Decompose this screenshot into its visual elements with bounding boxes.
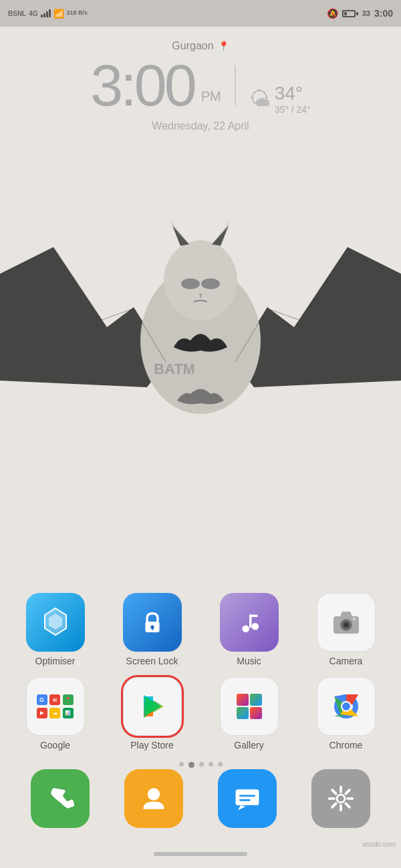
page-dot-2[interactable] [188, 762, 194, 768]
dock-phone[interactable] [31, 769, 90, 828]
page-dot-3[interactable] [199, 762, 204, 767]
music-icon [220, 593, 279, 652]
status-bar: BSNL 4G 📶 318 B/s 🔕 33 3:00 [0, 0, 401, 27]
svg-point-1 [164, 240, 237, 320]
location-pin-icon: 📍 [218, 41, 229, 51]
chrome-icon [317, 677, 376, 736]
svg-text:BATM: BATM [154, 361, 195, 377]
contacts-icon [124, 769, 183, 828]
camera-icon [317, 593, 376, 652]
app-row-1: Optimiser Screen Lock [7, 593, 394, 666]
location-name: Gurgaon [172, 40, 213, 52]
dock-settings[interactable] [311, 769, 370, 828]
optimiser-label: Optimiser [35, 656, 76, 666]
chrome-label: Chrome [329, 740, 363, 750]
screenlock-icon [123, 593, 182, 652]
screenlock-label: Screen Lock [126, 656, 178, 666]
signal-bars [41, 9, 51, 17]
app-google[interactable]: G M 📍 ▶ ☁ 📊 Google [15, 677, 96, 750]
gallery-icon [220, 677, 279, 736]
svg-marker-36 [238, 805, 245, 810]
network-type: 4G [29, 10, 37, 17]
dock-messages[interactable] [218, 769, 277, 828]
status-left: BSNL 4G 📶 318 B/s [8, 9, 88, 19]
app-grid: Optimiser Screen Lock [0, 593, 401, 761]
svg-rect-38 [239, 799, 251, 801]
playstore-label: Play Store [130, 740, 174, 750]
battery-percent: 33 [362, 9, 370, 17]
svg-line-47 [346, 790, 350, 794]
svg-point-12 [242, 625, 249, 632]
app-camera[interactable]: Camera [306, 593, 386, 666]
weather-cloud-icon: 🌤 [249, 87, 271, 112]
app-chrome[interactable]: Chrome [306, 677, 386, 750]
messages-icon [218, 769, 277, 828]
weather-icon-area: 🌤 34° 35° / 24° [249, 83, 311, 115]
svg-rect-27 [250, 694, 262, 706]
time-display: 3:00 [374, 8, 393, 19]
page-dot-4[interactable] [209, 762, 213, 767]
svg-rect-28 [237, 707, 249, 719]
svg-rect-11 [151, 628, 153, 630]
svg-point-33 [342, 702, 350, 710]
svg-rect-26 [237, 694, 249, 706]
weather-info: 34° 35° / 24° [275, 83, 311, 115]
carrier-label: BSNL [8, 10, 26, 17]
page-dot-1[interactable] [179, 762, 184, 767]
google-folder-icon: G M 📍 ▶ ☁ 📊 [26, 677, 85, 736]
app-row-2: G M 📍 ▶ ☁ 📊 Google [7, 677, 394, 750]
weather-divider [235, 65, 236, 105]
svg-point-40 [338, 795, 344, 801]
svg-line-48 [332, 803, 336, 807]
playstore-icon [123, 677, 182, 736]
network-speed: 318 B/s [67, 10, 88, 17]
weather-temp: 34° [275, 83, 303, 104]
svg-point-34 [148, 788, 160, 800]
watermark: wsxdn.com [362, 841, 396, 848]
page-dot-5[interactable] [218, 762, 223, 767]
svg-point-21 [353, 618, 356, 620]
music-label: Music [237, 656, 261, 666]
svg-marker-5 [212, 226, 229, 246]
svg-point-13 [251, 623, 259, 630]
camera-label: Camera [329, 656, 363, 666]
svg-point-20 [344, 623, 348, 627]
app-gallery[interactable]: Gallery [209, 677, 289, 750]
google-label: Google [40, 740, 70, 750]
home-indicator[interactable] [154, 852, 247, 856]
phone-icon [31, 769, 90, 828]
status-right: 🔕 33 3:00 [327, 8, 393, 19]
app-playstore[interactable]: Play Store [112, 677, 192, 750]
svg-line-46 [346, 803, 350, 807]
svg-rect-29 [250, 707, 262, 719]
svg-line-45 [332, 790, 336, 794]
svg-rect-35 [236, 789, 259, 805]
svg-marker-17 [340, 612, 352, 616]
svg-marker-4 [172, 226, 189, 246]
battery-icon [342, 10, 358, 17]
app-optimiser[interactable]: Optimiser [15, 593, 96, 666]
svg-point-7 [201, 278, 220, 289]
clock-period: PM [201, 89, 221, 104]
wifi-icon: 📶 [53, 9, 64, 19]
clock-row: 3:00 PM 🌤 34° 35° / 24° [90, 56, 310, 115]
dock [0, 769, 401, 828]
app-screenlock[interactable]: Screen Lock [112, 593, 192, 666]
silent-icon: 🔕 [327, 8, 338, 19]
svg-point-6 [181, 278, 200, 289]
clock-section: Gurgaon 📍 3:00 PM 🌤 34° 35° / 24° Wednes… [0, 40, 401, 132]
weather-range: 35° / 24° [275, 104, 311, 115]
date-row: Wednesday, 22 April [152, 120, 249, 132]
location-row: Gurgaon 📍 [172, 40, 229, 52]
optimiser-icon [26, 593, 85, 652]
clock-time: 3:00 [90, 56, 194, 115]
svg-rect-15 [249, 615, 257, 618]
svg-rect-37 [239, 795, 255, 797]
page-dots [0, 762, 401, 768]
batman-background: BATM [0, 194, 401, 447]
settings-icon [311, 769, 370, 828]
app-music[interactable]: Music [209, 593, 289, 666]
gallery-label: Gallery [234, 740, 263, 750]
dock-contacts[interactable] [124, 769, 183, 828]
